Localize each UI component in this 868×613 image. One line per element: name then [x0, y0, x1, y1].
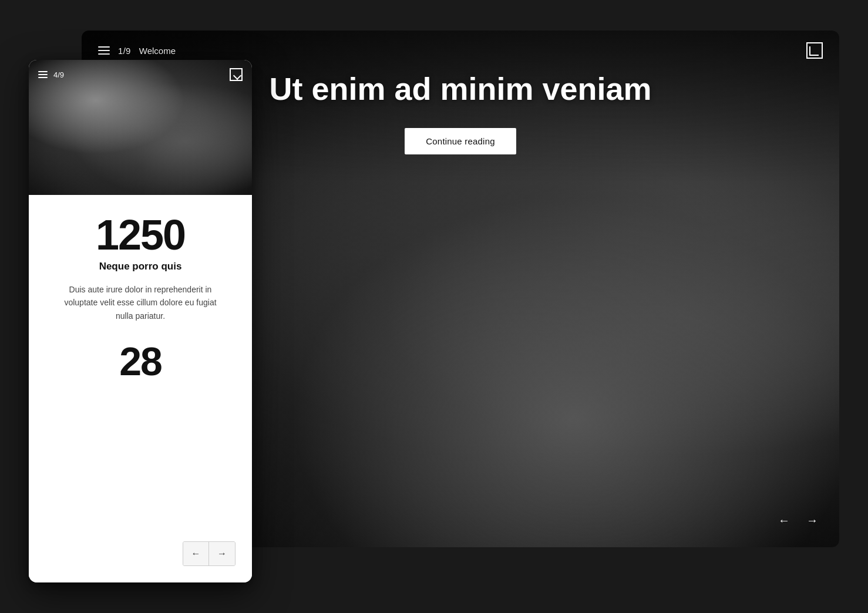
- mobile-menu-icon[interactable]: [38, 71, 48, 78]
- mobile-card-header: 4/9: [29, 60, 252, 89]
- stat-description: Duis aute irure dolor in reprehenderit i…: [58, 283, 223, 322]
- scene: 1/9 Welcome Ut enim ad minim veniam Cont…: [29, 31, 839, 582]
- mobile-card-photo: 4/9: [29, 60, 252, 195]
- expand-icon[interactable]: [806, 42, 823, 59]
- stat-number-secondary: 28: [119, 341, 162, 381]
- slide-title: Welcome: [139, 46, 176, 56]
- mobile-slide-counter: 4/9: [53, 70, 64, 79]
- prev-slide-button[interactable]: ←: [773, 510, 795, 531]
- continue-reading-button[interactable]: Continue reading: [405, 128, 516, 154]
- header-left: 1/9 Welcome: [98, 46, 176, 56]
- mobile-card-body: 1250 Neque porro quis Duis aute irure do…: [29, 195, 252, 532]
- main-card-navigation: ← →: [773, 510, 823, 531]
- mobile-card: 4/9 1250 Neque porro quis Duis aute irur…: [29, 60, 252, 582]
- mobile-expand-icon[interactable]: [230, 68, 243, 81]
- mobile-next-button[interactable]: [209, 542, 235, 565]
- menu-icon[interactable]: [98, 46, 110, 55]
- stat-label: Neque porro quis: [99, 261, 182, 272]
- next-slide-button[interactable]: →: [802, 510, 823, 531]
- slide-counter: 1/9: [118, 46, 131, 56]
- mobile-card-footer: [29, 532, 252, 582]
- mobile-prev-button[interactable]: [183, 542, 209, 565]
- stat-number-primary: 1250: [96, 214, 185, 256]
- mobile-header-left: 4/9: [38, 70, 64, 79]
- main-heading: Ut enim ad minim veniam: [269, 70, 651, 107]
- mobile-navigation: [183, 541, 235, 566]
